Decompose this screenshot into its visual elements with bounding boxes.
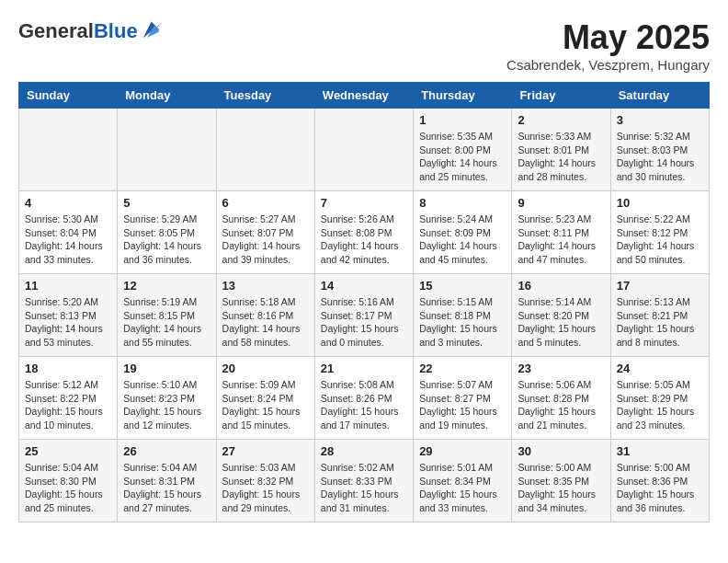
- weekday-header-friday: Friday: [512, 83, 610, 109]
- logo-icon: [140, 18, 165, 44]
- calendar-week-row: 4Sunrise: 5:30 AM Sunset: 8:04 PM Daylig…: [19, 191, 710, 274]
- calendar-day-11: 11Sunrise: 5:20 AM Sunset: 8:13 PM Dayli…: [19, 274, 118, 357]
- day-content: Sunrise: 5:33 AM Sunset: 8:01 PM Dayligh…: [518, 130, 604, 184]
- day-content: Sunrise: 5:12 AM Sunset: 8:22 PM Dayligh…: [25, 378, 111, 432]
- calendar-day-28: 28Sunrise: 5:02 AM Sunset: 8:33 PM Dayli…: [314, 440, 413, 523]
- calendar-day-16: 16Sunrise: 5:14 AM Sunset: 8:20 PM Dayli…: [512, 274, 610, 357]
- day-content: Sunrise: 5:29 AM Sunset: 8:05 PM Dayligh…: [123, 213, 210, 267]
- calendar-empty-cell: [118, 109, 216, 191]
- day-number: 5: [123, 196, 210, 210]
- day-number: 8: [419, 196, 506, 210]
- day-number: 19: [123, 362, 210, 375]
- calendar-day-3: 3Sunrise: 5:32 AM Sunset: 8:03 PM Daylig…: [610, 109, 709, 191]
- month-title: May 2025: [506, 18, 710, 57]
- day-number: 25: [25, 444, 111, 458]
- location: Csabrendek, Veszprem, Hungary: [506, 57, 710, 73]
- day-number: 29: [419, 444, 506, 458]
- day-number: 24: [617, 362, 703, 375]
- day-number: 13: [222, 279, 309, 293]
- day-number: 1: [419, 113, 506, 127]
- weekday-header-monday: Monday: [118, 83, 216, 109]
- day-number: 17: [617, 279, 703, 293]
- day-number: 22: [419, 362, 506, 375]
- calendar-table: SundayMondayTuesdayWednesdayThursdayFrid…: [18, 82, 710, 523]
- calendar-day-4: 4Sunrise: 5:30 AM Sunset: 8:04 PM Daylig…: [19, 191, 118, 274]
- calendar-day-14: 14Sunrise: 5:16 AM Sunset: 8:17 PM Dayli…: [314, 274, 413, 357]
- calendar-day-21: 21Sunrise: 5:08 AM Sunset: 8:26 PM Dayli…: [314, 357, 413, 440]
- calendar-week-row: 11Sunrise: 5:20 AM Sunset: 8:13 PM Dayli…: [19, 274, 710, 357]
- day-number: 23: [518, 362, 604, 375]
- calendar-day-9: 9Sunrise: 5:23 AM Sunset: 8:11 PM Daylig…: [512, 191, 610, 274]
- day-content: Sunrise: 5:03 AM Sunset: 8:32 PM Dayligh…: [222, 461, 309, 515]
- day-content: Sunrise: 5:16 AM Sunset: 8:17 PM Dayligh…: [321, 295, 407, 350]
- day-content: Sunrise: 5:01 AM Sunset: 8:34 PM Dayligh…: [419, 461, 506, 515]
- day-content: Sunrise: 5:10 AM Sunset: 8:23 PM Dayligh…: [123, 378, 210, 432]
- calendar-day-29: 29Sunrise: 5:01 AM Sunset: 8:34 PM Dayli…: [414, 440, 512, 523]
- day-content: Sunrise: 5:07 AM Sunset: 8:27 PM Dayligh…: [419, 378, 506, 432]
- weekday-header-thursday: Thursday: [414, 83, 512, 109]
- day-number: 16: [518, 279, 604, 293]
- calendar-day-27: 27Sunrise: 5:03 AM Sunset: 8:32 PM Dayli…: [216, 440, 314, 523]
- calendar-day-1: 1Sunrise: 5:35 AM Sunset: 8:00 PM Daylig…: [414, 109, 512, 191]
- day-number: 3: [617, 113, 703, 127]
- calendar-day-26: 26Sunrise: 5:04 AM Sunset: 8:31 PM Dayli…: [118, 440, 216, 523]
- day-number: 12: [123, 279, 210, 293]
- day-content: Sunrise: 5:20 AM Sunset: 8:13 PM Dayligh…: [25, 295, 111, 350]
- day-number: 7: [321, 196, 407, 210]
- day-number: 2: [518, 113, 604, 127]
- day-content: Sunrise: 5:06 AM Sunset: 8:28 PM Dayligh…: [518, 378, 604, 432]
- calendar-day-8: 8Sunrise: 5:24 AM Sunset: 8:09 PM Daylig…: [414, 191, 512, 274]
- calendar-day-25: 25Sunrise: 5:04 AM Sunset: 8:30 PM Dayli…: [19, 440, 118, 523]
- day-number: 31: [617, 444, 703, 458]
- calendar-empty-cell: [216, 109, 314, 191]
- day-content: Sunrise: 5:02 AM Sunset: 8:33 PM Dayligh…: [321, 461, 407, 515]
- calendar-day-13: 13Sunrise: 5:18 AM Sunset: 8:16 PM Dayli…: [216, 274, 314, 357]
- day-content: Sunrise: 5:24 AM Sunset: 8:09 PM Dayligh…: [419, 213, 506, 267]
- day-content: Sunrise: 5:09 AM Sunset: 8:24 PM Dayligh…: [222, 378, 309, 432]
- day-number: 28: [321, 444, 407, 458]
- day-number: 15: [419, 279, 506, 293]
- day-content: Sunrise: 5:35 AM Sunset: 8:00 PM Dayligh…: [419, 130, 506, 184]
- day-number: 9: [518, 196, 604, 210]
- logo: GeneralBlue: [18, 18, 165, 44]
- calendar-day-18: 18Sunrise: 5:12 AM Sunset: 8:22 PM Dayli…: [19, 357, 118, 440]
- calendar-day-31: 31Sunrise: 5:00 AM Sunset: 8:36 PM Dayli…: [610, 440, 709, 523]
- day-content: Sunrise: 5:32 AM Sunset: 8:03 PM Dayligh…: [617, 130, 703, 184]
- day-content: Sunrise: 5:30 AM Sunset: 8:04 PM Dayligh…: [25, 213, 111, 267]
- day-content: Sunrise: 5:27 AM Sunset: 8:07 PM Dayligh…: [222, 213, 309, 267]
- day-content: Sunrise: 5:00 AM Sunset: 8:36 PM Dayligh…: [617, 461, 703, 515]
- calendar-day-19: 19Sunrise: 5:10 AM Sunset: 8:23 PM Dayli…: [118, 357, 216, 440]
- day-number: 11: [25, 279, 111, 293]
- calendar-week-row: 1Sunrise: 5:35 AM Sunset: 8:00 PM Daylig…: [19, 109, 710, 191]
- day-number: 18: [25, 362, 111, 375]
- calendar-empty-cell: [314, 109, 413, 191]
- calendar-day-24: 24Sunrise: 5:05 AM Sunset: 8:29 PM Dayli…: [610, 357, 709, 440]
- calendar-day-5: 5Sunrise: 5:29 AM Sunset: 8:05 PM Daylig…: [118, 191, 216, 274]
- weekday-header-wednesday: Wednesday: [314, 83, 413, 109]
- weekday-header-row: SundayMondayTuesdayWednesdayThursdayFrid…: [19, 83, 710, 109]
- weekday-header-saturday: Saturday: [610, 83, 709, 109]
- calendar-week-row: 25Sunrise: 5:04 AM Sunset: 8:30 PM Dayli…: [19, 440, 710, 523]
- day-content: Sunrise: 5:13 AM Sunset: 8:21 PM Dayligh…: [617, 295, 703, 350]
- calendar-day-30: 30Sunrise: 5:00 AM Sunset: 8:35 PM Dayli…: [512, 440, 610, 523]
- day-content: Sunrise: 5:22 AM Sunset: 8:12 PM Dayligh…: [617, 213, 703, 267]
- day-number: 26: [123, 444, 210, 458]
- day-content: Sunrise: 5:05 AM Sunset: 8:29 PM Dayligh…: [617, 378, 703, 432]
- day-number: 10: [617, 196, 703, 210]
- page-header: GeneralBlue May 2025 Csabrendek, Veszpre…: [18, 18, 710, 73]
- day-content: Sunrise: 5:14 AM Sunset: 8:20 PM Dayligh…: [518, 295, 604, 350]
- calendar-day-23: 23Sunrise: 5:06 AM Sunset: 8:28 PM Dayli…: [512, 357, 610, 440]
- weekday-header-tuesday: Tuesday: [216, 83, 314, 109]
- day-content: Sunrise: 5:26 AM Sunset: 8:08 PM Dayligh…: [321, 213, 407, 267]
- calendar-week-row: 18Sunrise: 5:12 AM Sunset: 8:22 PM Dayli…: [19, 357, 710, 440]
- day-number: 21: [321, 362, 407, 375]
- day-content: Sunrise: 5:15 AM Sunset: 8:18 PM Dayligh…: [419, 295, 506, 350]
- day-number: 6: [222, 196, 309, 210]
- day-number: 27: [222, 444, 309, 458]
- calendar-day-20: 20Sunrise: 5:09 AM Sunset: 8:24 PM Dayli…: [216, 357, 314, 440]
- calendar-day-7: 7Sunrise: 5:26 AM Sunset: 8:08 PM Daylig…: [314, 191, 413, 274]
- day-number: 4: [25, 196, 111, 210]
- calendar-day-17: 17Sunrise: 5:13 AM Sunset: 8:21 PM Dayli…: [610, 274, 709, 357]
- logo-general-text: General: [18, 19, 94, 42]
- day-content: Sunrise: 5:08 AM Sunset: 8:26 PM Dayligh…: [321, 378, 407, 432]
